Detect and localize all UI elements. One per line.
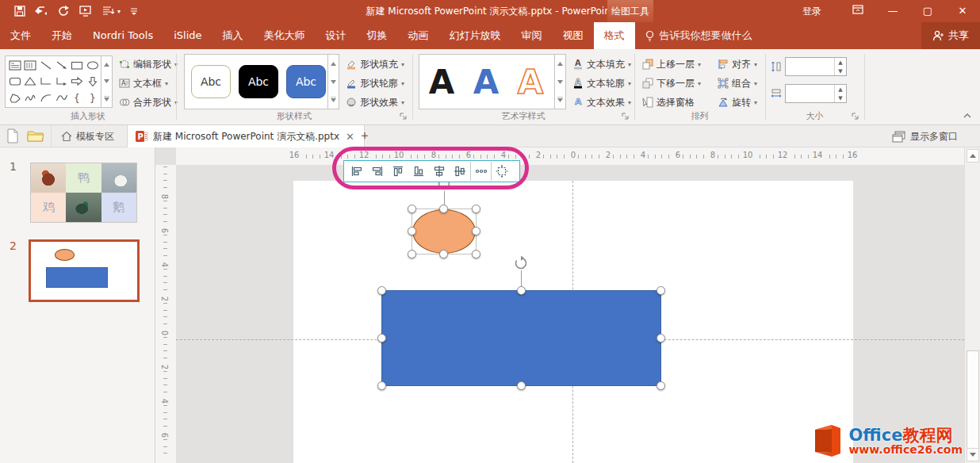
selection-handle-ml[interactable]	[408, 227, 416, 235]
menu-tab-7[interactable]: 切换	[357, 22, 398, 49]
selection-handle-br[interactable]	[657, 381, 665, 390]
shape-fill-button[interactable]: 形状填充▾	[346, 55, 404, 73]
width-down-icon[interactable]: ▼	[835, 94, 846, 102]
scribble-icon[interactable]	[23, 90, 39, 106]
wordart-style-2[interactable]: A	[516, 58, 545, 105]
menu-tab-5[interactable]: 美化大师	[254, 22, 316, 49]
scroll-down-icon[interactable]	[967, 448, 979, 461]
triangle-icon[interactable]	[23, 74, 39, 90]
selection-handle-mr[interactable]	[657, 334, 665, 342]
shape-style-tile-2[interactable]: Abc	[286, 65, 326, 98]
align-top-icon[interactable]	[388, 162, 408, 181]
open-folder-icon[interactable]	[27, 128, 44, 145]
tell-me-box[interactable]: 告诉我你想要做什么	[635, 22, 762, 49]
menu-tab-4[interactable]: 插入	[212, 22, 254, 49]
text-fill-button[interactable]: A文本填充▾	[572, 55, 631, 73]
collapse-ribbon-icon[interactable]	[963, 110, 972, 121]
shape-style-tile-0[interactable]: Abc	[191, 65, 231, 98]
slide-2-thumbnail[interactable]	[29, 239, 140, 302]
gallery-more-icon[interactable]	[555, 90, 565, 109]
curve-icon[interactable]	[54, 90, 70, 106]
shape-styles-dialog-launcher[interactable]	[400, 112, 409, 121]
new-document-icon[interactable]	[6, 128, 19, 146]
gallery-down-icon[interactable]	[328, 73, 339, 91]
wordart-styles-dialog-launcher[interactable]	[622, 112, 631, 121]
align-middle-vertical-icon[interactable]	[450, 162, 470, 181]
maximize-button[interactable]: ▢	[910, 0, 945, 22]
ellipse-icon[interactable]	[85, 57, 101, 74]
align-center-horizontal-icon[interactable]	[429, 162, 450, 181]
selection-handle-bl[interactable]	[408, 250, 416, 258]
shape-outline-button[interactable]: 形状轮廓▾	[346, 75, 404, 92]
gallery-up-icon[interactable]	[555, 55, 565, 73]
ribbon-display-options-icon[interactable]	[840, 0, 875, 22]
scroll-up-icon[interactable]	[967, 149, 979, 163]
height-up-icon[interactable]: ▲	[835, 58, 846, 67]
new-tab-icon[interactable]: ＋	[358, 128, 371, 144]
menu-tab-3[interactable]: iSlide	[163, 22, 212, 49]
vertical-ruler[interactable]: 86420246	[155, 165, 176, 463]
more-options-icon[interactable]	[470, 162, 491, 181]
selection-handle-tm[interactable]	[517, 286, 526, 295]
edit-shape-button[interactable]: 编辑形状▾	[119, 55, 178, 73]
paragraph-settings-icon[interactable]: ▾	[101, 6, 121, 17]
menu-tab-11[interactable]: 视图	[553, 22, 594, 49]
send-backward-button[interactable]: 下移一层▾	[642, 75, 701, 92]
height-down-icon[interactable]: ▼	[835, 67, 846, 75]
rectangle-rotate-handle-icon[interactable]	[513, 255, 529, 271]
text-box-button[interactable]: A文本框▾	[119, 75, 178, 92]
close-button[interactable]: ✕	[945, 0, 980, 22]
horizontal-ruler[interactable]: 1614121086420246810121416	[176, 147, 964, 165]
customize-qat-icon[interactable]	[130, 6, 138, 17]
brace-left-icon[interactable]: {	[70, 90, 86, 106]
rotate-button[interactable]: 旋转▾	[718, 94, 757, 111]
menu-tab-1[interactable]: 开始	[41, 22, 82, 49]
selection-handle-tr[interactable]	[657, 286, 665, 295]
block-arrow-right-icon[interactable]	[70, 74, 86, 90]
freeform-icon[interactable]	[7, 90, 23, 106]
selection-handle-tl[interactable]	[377, 286, 386, 295]
gallery-down-icon[interactable]	[101, 73, 112, 90]
selection-pane-button[interactable]: 选择窗格	[642, 94, 701, 111]
document-tab[interactable]: P 新建 Microsoft PowerPoint 演示文稿.pptx ✕	[127, 125, 365, 147]
elbow-arrow-icon[interactable]	[54, 74, 70, 90]
wordart-style-1[interactable]: A	[472, 58, 500, 105]
menu-tab-0[interactable]: 文件	[0, 22, 41, 49]
template-zone-tab[interactable]: 模板专区	[51, 125, 124, 147]
shape-effects-button[interactable]: 形状效果▾	[346, 94, 404, 111]
redo-icon[interactable]	[59, 6, 70, 17]
gallery-up-icon[interactable]	[328, 55, 339, 73]
menu-tab-8[interactable]: 动画	[398, 22, 439, 49]
text-effects-button[interactable]: A文本效果▾	[572, 94, 631, 111]
align-button[interactable]: 对齐▾	[718, 55, 757, 73]
shape-style-tile-1[interactable]: Abc	[239, 65, 278, 98]
slide-1-thumbnail[interactable]: 鸭鸡鹅	[30, 163, 137, 223]
start-slideshow-icon[interactable]	[79, 6, 92, 17]
gallery-down-icon[interactable]	[555, 73, 565, 91]
undo-icon[interactable]	[35, 6, 49, 17]
align-bottom-icon[interactable]	[408, 162, 429, 181]
selection-handle-tm[interactable]	[439, 205, 448, 213]
menu-tab-12[interactable]: 格式	[594, 22, 635, 49]
align-right-icon[interactable]	[367, 162, 388, 181]
group-button[interactable]: 组合▾	[718, 75, 757, 92]
block-arrow-down-icon[interactable]	[85, 74, 101, 90]
textbox-vertical-icon[interactable]	[23, 57, 39, 74]
brace-right-icon[interactable]: }	[85, 90, 101, 106]
selection-handle-tr[interactable]	[472, 205, 480, 213]
ellipse-shape[interactable]	[412, 209, 476, 254]
save-icon[interactable]	[14, 6, 25, 17]
arc-icon[interactable]	[38, 90, 54, 106]
selection-handle-mr[interactable]	[472, 227, 480, 235]
gallery-more-icon[interactable]	[101, 90, 112, 107]
selection-handle-br[interactable]	[472, 250, 480, 258]
selection-handle-tl[interactable]	[408, 205, 416, 213]
menu-tab-9[interactable]: 幻灯片放映	[439, 22, 511, 49]
selection-handle-bm[interactable]	[439, 250, 448, 258]
line-icon[interactable]	[38, 57, 54, 74]
minimize-button[interactable]: —	[875, 0, 910, 22]
text-outline-button[interactable]: A文本轮廓▾	[572, 75, 631, 92]
elbow-connector-icon[interactable]	[38, 74, 54, 90]
wordart-style-0[interactable]: A	[427, 58, 456, 105]
align-left-icon[interactable]	[346, 162, 367, 181]
